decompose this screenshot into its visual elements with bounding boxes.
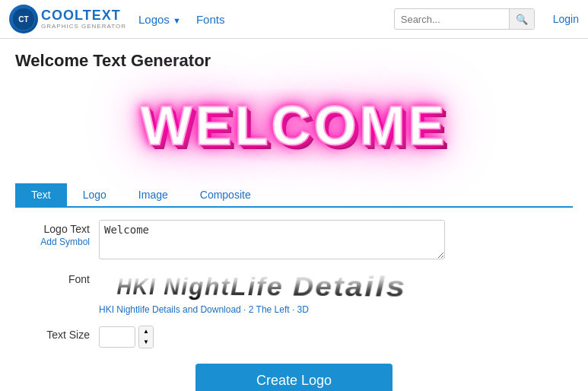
logo-text-label: Logo Text: [44, 223, 90, 235]
search-box: 🔍: [394, 8, 535, 30]
logo-name: COOLTEXT: [41, 8, 126, 24]
add-symbol-link[interactable]: Add Symbol: [23, 237, 90, 247]
svg-text:CT: CT: [18, 15, 28, 24]
search-button[interactable]: 🔍: [509, 9, 534, 29]
logo-area[interactable]: CT COOLTEXT GRAPHICS GENERATOR: [9, 5, 126, 33]
logo-text-row: Logo Text Add Symbol Welcome: [23, 220, 565, 259]
logo-text-input[interactable]: Welcome: [99, 220, 445, 259]
main-content: Welcome Text Generator WELCOME Text Logo…: [0, 39, 588, 391]
size-up-button[interactable]: ▲: [139, 326, 153, 337]
text-size-control: 75 ▲ ▼: [99, 326, 154, 348]
font-row: Font HKI NightLife Details HKI Nightlife…: [23, 270, 565, 315]
tab-composite[interactable]: Composite: [184, 183, 267, 206]
form-area: Logo Text Add Symbol Welcome Font HKI Ni…: [15, 220, 573, 348]
logos-arrow: ▼: [173, 16, 181, 25]
size-down-button[interactable]: ▼: [139, 337, 153, 348]
nav-fonts[interactable]: Fonts: [196, 13, 225, 26]
logo-subtitle: GRAPHICS GENERATOR: [41, 24, 126, 30]
logo-icon: CT: [9, 5, 38, 33]
tab-logo[interactable]: Logo: [67, 183, 122, 206]
text-size-label: Text Size: [23, 326, 99, 341]
font-preview-text: HKI NightLife Details: [117, 269, 407, 304]
page-title: Welcome Text Generator: [15, 51, 573, 71]
create-logo-row: Create Logo: [15, 364, 573, 391]
search-input[interactable]: [395, 14, 509, 25]
create-logo-button[interactable]: Create Logo: [195, 364, 393, 391]
font-preview-image[interactable]: HKI NightLife Details: [99, 270, 386, 302]
text-size-row: Text Size 75 ▲ ▼: [23, 326, 565, 348]
tab-text[interactable]: Text: [15, 183, 67, 206]
preview-text: WELCOME: [126, 87, 463, 164]
text-size-input[interactable]: 75: [99, 326, 135, 348]
preview-area: WELCOME: [15, 80, 573, 171]
font-label: Font: [23, 270, 99, 285]
logo-text-label-group: Logo Text Add Symbol: [23, 220, 99, 247]
logo-text: COOLTEXT GRAPHICS GENERATOR: [41, 8, 126, 30]
login-button[interactable]: Login: [553, 13, 579, 25]
size-spinner: ▲ ▼: [138, 326, 154, 348]
main-nav: Logos ▼ Fonts: [138, 13, 382, 26]
nav-logos[interactable]: Logos ▼: [138, 13, 181, 26]
tab-image[interactable]: Image: [122, 183, 184, 206]
tab-bar: Text Logo Image Composite: [15, 183, 573, 208]
font-preview-container: HKI NightLife Details HKI Nightlife Deta…: [99, 270, 386, 315]
font-download-link[interactable]: HKI Nightlife Details and Download · 2 T…: [99, 304, 386, 315]
header: CT COOLTEXT GRAPHICS GENERATOR Logos ▼ F…: [0, 0, 588, 39]
